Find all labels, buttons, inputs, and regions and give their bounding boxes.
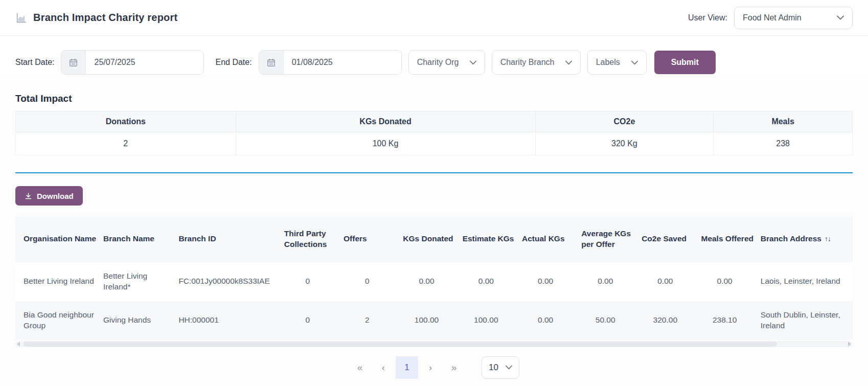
cell-organisation-name: Better Living Ireland xyxy=(15,262,103,301)
col-branch-id: Branch ID xyxy=(178,216,284,262)
cell-branch-id: HH:000001 xyxy=(178,301,284,340)
section-divider xyxy=(15,172,853,173)
col-branch-address[interactable]: Branch Address↑↓ xyxy=(761,216,853,262)
total-impact-heading: Total Impact xyxy=(15,93,853,104)
col-kgs-donated: KGs Donated xyxy=(403,216,462,262)
end-date-label: End Date: xyxy=(215,58,252,67)
user-view-select[interactable]: Food Net Admin xyxy=(734,7,853,29)
cell-kgs-donated: 0.00 xyxy=(403,262,462,301)
cell-co2e-saved: 0.00 xyxy=(642,262,701,301)
col-branch-address-label: Branch Address xyxy=(761,234,821,243)
total-impact-table: Donations KGs Donated CO2e Meals 2 100 K… xyxy=(15,111,853,155)
pagination: « ‹ 1 › » 10 xyxy=(0,356,868,379)
topbar: Branch Impact Charity report User View: … xyxy=(0,0,868,36)
table-row: Bia Good neighbour Group Giving Hands HH… xyxy=(15,301,853,340)
page-number-button[interactable]: 1 xyxy=(396,356,418,379)
submit-button[interactable]: Submit xyxy=(654,51,716,74)
cell-offers: 0 xyxy=(344,262,403,301)
chevron-down-icon xyxy=(631,60,638,65)
report-table-header-row: Organisation Name Branch Name Branch ID … xyxy=(15,216,853,262)
title-wrap: Branch Impact Charity report xyxy=(15,12,177,24)
col-third-party-collections: Third Party Collections xyxy=(284,216,344,262)
impact-value-meals: 238 xyxy=(714,132,853,155)
table-row: Better Living Ireland Better Living Irel… xyxy=(15,262,853,301)
start-date-group xyxy=(61,50,204,75)
col-branch-name: Branch Name xyxy=(103,216,178,262)
charity-org-select[interactable]: Charity Org xyxy=(408,50,485,75)
cell-third-party-collections: 0 xyxy=(284,262,344,301)
cell-kgs-donated: 100.00 xyxy=(403,301,462,340)
page-title: Branch Impact Charity report xyxy=(33,12,177,24)
cell-branch-address: Laois, Leinster, Ireland xyxy=(761,262,853,301)
user-view-label: User View: xyxy=(688,13,727,22)
col-co2e-saved: Co2e Saved xyxy=(642,216,701,262)
cell-estimate-kgs: 100.00 xyxy=(463,301,522,340)
cell-meals-offered: 238.10 xyxy=(701,301,760,340)
impact-header-donations: Donations xyxy=(16,111,236,132)
report-table-wrap: Organisation Name Branch Name Branch ID … xyxy=(15,216,853,347)
calendar-icon[interactable] xyxy=(259,51,284,74)
chevron-down-icon xyxy=(837,15,844,20)
previous-page-button[interactable]: ‹ xyxy=(372,356,395,379)
impact-value-kgs-donated: 100 Kg xyxy=(236,132,535,155)
charity-branch-select[interactable]: Charity Branch xyxy=(492,50,581,75)
scrollbar-thumb[interactable] xyxy=(24,342,777,347)
cell-organisation-name: Bia Good neighbour Group xyxy=(15,301,103,340)
cell-branch-name: Giving Hands xyxy=(103,301,178,340)
report-chart-icon xyxy=(15,12,27,24)
impact-value-co2e: 320 Kg xyxy=(535,132,714,155)
cell-meals-offered: 0.00 xyxy=(701,262,760,301)
cell-estimate-kgs: 0.00 xyxy=(463,262,522,301)
col-estimate-kgs: Estimate KGs xyxy=(463,216,522,262)
cell-average-kgs-per-offer: 50.00 xyxy=(581,301,642,340)
labels-select[interactable]: Labels xyxy=(587,50,647,75)
report-table: Organisation Name Branch Name Branch ID … xyxy=(15,216,853,340)
col-average-kgs-per-offer: Average KGs per Offer xyxy=(581,216,642,262)
cell-average-kgs-per-offer: 0.00 xyxy=(581,262,642,301)
chevron-down-icon xyxy=(565,60,572,65)
sort-icon[interactable]: ↑↓ xyxy=(825,235,831,243)
labels-value: Labels xyxy=(596,58,620,67)
end-date-group xyxy=(259,50,402,75)
download-button[interactable]: Download xyxy=(15,186,83,206)
cell-branch-id: FC:001Jy00000k8S33IAE xyxy=(178,262,284,301)
total-impact-header-row: Donations KGs Donated CO2e Meals xyxy=(16,111,853,132)
charity-org-value: Charity Org xyxy=(417,58,459,67)
total-impact-value-row: 2 100 Kg 320 Kg 238 xyxy=(16,132,853,155)
col-organisation-name: Organisation Name xyxy=(15,216,103,262)
user-view: User View: Food Net Admin xyxy=(688,7,853,29)
cell-actual-kgs: 0.00 xyxy=(522,301,581,340)
cell-third-party-collections: 0 xyxy=(284,301,344,340)
cell-branch-name: Better Living Ireland* xyxy=(103,262,178,301)
impact-header-meals: Meals xyxy=(714,111,853,132)
chevron-down-icon xyxy=(506,365,512,370)
calendar-icon[interactable] xyxy=(61,51,86,74)
horizontal-scrollbar[interactable] xyxy=(15,341,853,347)
filter-bar: Start Date: End Date: xyxy=(0,36,868,75)
page-size-select[interactable]: 10 xyxy=(482,356,519,379)
cell-offers: 2 xyxy=(344,301,403,340)
col-offers: Offers xyxy=(344,216,403,262)
chevron-down-icon xyxy=(470,60,476,65)
download-button-label: Download xyxy=(37,192,74,200)
charity-branch-value: Charity Branch xyxy=(500,58,555,67)
cell-co2e-saved: 320.00 xyxy=(642,301,701,340)
cell-actual-kgs: 0.00 xyxy=(522,262,581,301)
start-date-input[interactable] xyxy=(86,51,203,74)
impact-header-co2e: CO2e xyxy=(535,111,714,132)
impact-header-kgs-donated: KGs Donated xyxy=(236,111,535,132)
cell-branch-address: South Dublin, Leinster, Ireland xyxy=(761,301,853,340)
page-size-value: 10 xyxy=(489,362,498,373)
last-page-button[interactable]: » xyxy=(443,356,465,379)
scroll-right-arrow-icon[interactable] xyxy=(848,342,851,347)
col-actual-kgs: Actual KGs xyxy=(522,216,581,262)
col-meals-offered: Meals Offered xyxy=(701,216,760,262)
end-date-input[interactable] xyxy=(284,51,401,74)
start-date-label: Start Date: xyxy=(15,58,54,67)
scroll-left-arrow-icon[interactable] xyxy=(17,342,20,347)
next-page-button[interactable]: › xyxy=(419,356,442,379)
user-view-value: Food Net Admin xyxy=(743,13,802,22)
impact-value-donations: 2 xyxy=(16,132,236,155)
first-page-button[interactable]: « xyxy=(349,356,371,379)
download-icon xyxy=(25,192,32,200)
